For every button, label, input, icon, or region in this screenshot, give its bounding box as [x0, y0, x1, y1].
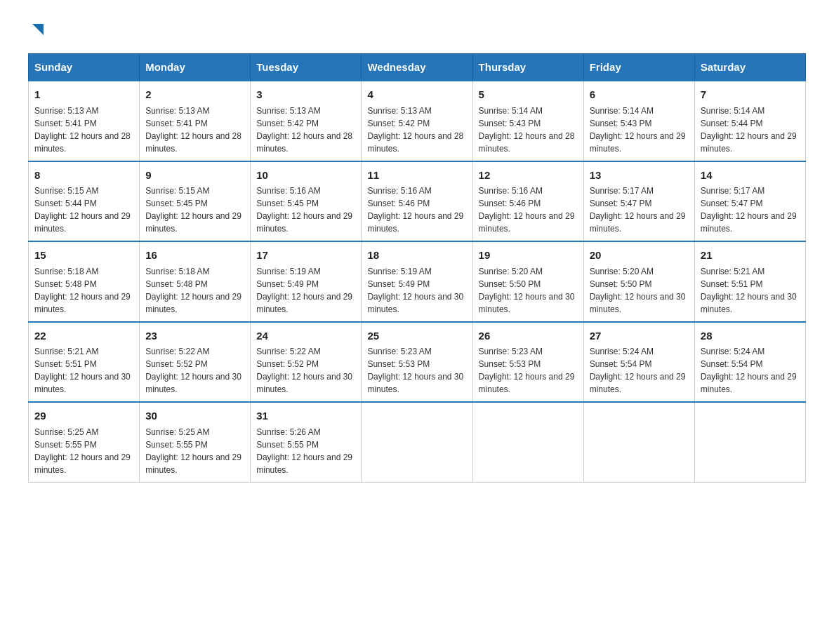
day-info: Sunrise: 5:21 AMSunset: 5:51 PMDaylight:… — [701, 265, 800, 316]
day-number: 2 — [145, 87, 244, 103]
day-info: Sunrise: 5:24 AMSunset: 5:54 PMDaylight:… — [701, 345, 800, 396]
calendar-cell: 30Sunrise: 5:25 AMSunset: 5:55 PMDayligh… — [140, 402, 251, 482]
day-info: Sunrise: 5:22 AMSunset: 5:52 PMDaylight:… — [256, 345, 355, 396]
calendar-cell: 22Sunrise: 5:21 AMSunset: 5:51 PMDayligh… — [29, 322, 140, 403]
day-info: Sunrise: 5:13 AMSunset: 5:42 PMDaylight:… — [256, 105, 355, 155]
calendar-cell — [362, 402, 472, 482]
calendar-cell: 26Sunrise: 5:23 AMSunset: 5:53 PMDayligh… — [472, 322, 583, 403]
calendar-cell — [583, 402, 694, 482]
column-header-sunday: Sunday — [29, 54, 140, 81]
calendar-header-row: SundayMondayTuesdayWednesdayThursdayFrid… — [29, 54, 806, 81]
calendar-cell: 18Sunrise: 5:19 AMSunset: 5:49 PMDayligh… — [362, 241, 472, 322]
calendar-week-row: 22Sunrise: 5:21 AMSunset: 5:51 PMDayligh… — [29, 322, 806, 403]
calendar-cell: 5Sunrise: 5:14 AMSunset: 5:43 PMDaylight… — [472, 81, 583, 161]
day-number: 25 — [367, 328, 466, 344]
calendar-cell: 9Sunrise: 5:15 AMSunset: 5:45 PMDaylight… — [140, 161, 251, 242]
day-number: 19 — [479, 248, 578, 264]
day-info: Sunrise: 5:13 AMSunset: 5:41 PMDaylight:… — [34, 105, 133, 155]
calendar-cell: 11Sunrise: 5:16 AMSunset: 5:46 PMDayligh… — [362, 161, 472, 242]
day-info: Sunrise: 5:19 AMSunset: 5:49 PMDaylight:… — [367, 265, 466, 316]
day-info: Sunrise: 5:16 AMSunset: 5:46 PMDaylight:… — [479, 185, 578, 235]
calendar-cell: 29Sunrise: 5:25 AMSunset: 5:55 PMDayligh… — [29, 402, 140, 482]
calendar-table: SundayMondayTuesdayWednesdayThursdayFrid… — [28, 53, 806, 483]
column-header-thursday: Thursday — [472, 54, 583, 81]
svg-marker-0 — [32, 24, 44, 35]
day-info: Sunrise: 5:20 AMSunset: 5:50 PMDaylight:… — [479, 265, 578, 316]
day-number: 14 — [701, 168, 800, 184]
day-number: 15 — [34, 248, 133, 264]
calendar-cell: 13Sunrise: 5:17 AMSunset: 5:47 PMDayligh… — [583, 161, 694, 242]
day-number: 30 — [145, 408, 244, 424]
column-header-saturday: Saturday — [694, 54, 805, 81]
calendar-cell: 24Sunrise: 5:22 AMSunset: 5:52 PMDayligh… — [251, 322, 362, 403]
day-info: Sunrise: 5:18 AMSunset: 5:48 PMDaylight:… — [145, 265, 244, 316]
calendar-cell: 3Sunrise: 5:13 AMSunset: 5:42 PMDaylight… — [251, 81, 362, 161]
day-info: Sunrise: 5:14 AMSunset: 5:43 PMDaylight:… — [479, 105, 578, 155]
day-number: 1 — [34, 87, 133, 103]
day-number: 22 — [34, 328, 133, 344]
day-number: 8 — [34, 168, 133, 184]
day-number: 29 — [34, 408, 133, 424]
day-number: 20 — [590, 248, 689, 264]
day-info: Sunrise: 5:16 AMSunset: 5:46 PMDaylight:… — [367, 185, 466, 235]
column-header-wednesday: Wednesday — [362, 54, 472, 81]
calendar-cell: 27Sunrise: 5:24 AMSunset: 5:54 PMDayligh… — [583, 322, 694, 403]
logo-triangle-icon — [29, 21, 45, 36]
calendar-week-row: 1Sunrise: 5:13 AMSunset: 5:41 PMDaylight… — [29, 81, 806, 161]
calendar-cell: 12Sunrise: 5:16 AMSunset: 5:46 PMDayligh… — [472, 161, 583, 242]
day-number: 11 — [367, 168, 466, 184]
day-number: 28 — [701, 328, 800, 344]
day-number: 6 — [590, 87, 689, 103]
day-info: Sunrise: 5:13 AMSunset: 5:41 PMDaylight:… — [145, 105, 244, 155]
day-number: 21 — [701, 248, 800, 264]
calendar-week-row: 8Sunrise: 5:15 AMSunset: 5:44 PMDaylight… — [29, 161, 806, 242]
calendar-cell: 19Sunrise: 5:20 AMSunset: 5:50 PMDayligh… — [472, 241, 583, 322]
day-number: 24 — [256, 328, 355, 344]
day-info: Sunrise: 5:16 AMSunset: 5:45 PMDaylight:… — [256, 185, 355, 235]
calendar-week-row: 15Sunrise: 5:18 AMSunset: 5:48 PMDayligh… — [29, 241, 806, 322]
day-number: 3 — [256, 87, 355, 103]
day-info: Sunrise: 5:19 AMSunset: 5:49 PMDaylight:… — [256, 265, 355, 316]
day-info: Sunrise: 5:26 AMSunset: 5:55 PMDaylight:… — [256, 426, 355, 476]
day-info: Sunrise: 5:17 AMSunset: 5:47 PMDaylight:… — [701, 185, 800, 235]
day-number: 9 — [145, 168, 244, 184]
day-info: Sunrise: 5:22 AMSunset: 5:52 PMDaylight:… — [145, 345, 244, 396]
day-info: Sunrise: 5:25 AMSunset: 5:55 PMDaylight:… — [145, 426, 244, 476]
calendar-cell: 21Sunrise: 5:21 AMSunset: 5:51 PMDayligh… — [694, 241, 805, 322]
calendar-cell: 2Sunrise: 5:13 AMSunset: 5:41 PMDaylight… — [140, 81, 251, 161]
page-header — [28, 21, 806, 39]
day-info: Sunrise: 5:21 AMSunset: 5:51 PMDaylight:… — [34, 345, 133, 396]
day-number: 26 — [479, 328, 578, 344]
day-info: Sunrise: 5:20 AMSunset: 5:50 PMDaylight:… — [590, 265, 689, 316]
day-number: 17 — [256, 248, 355, 264]
day-number: 13 — [590, 168, 689, 184]
day-info: Sunrise: 5:13 AMSunset: 5:42 PMDaylight:… — [367, 105, 466, 155]
calendar-cell: 4Sunrise: 5:13 AMSunset: 5:42 PMDaylight… — [362, 81, 472, 161]
calendar-cell: 7Sunrise: 5:14 AMSunset: 5:44 PMDaylight… — [694, 81, 805, 161]
day-info: Sunrise: 5:18 AMSunset: 5:48 PMDaylight:… — [34, 265, 133, 316]
calendar-cell: 15Sunrise: 5:18 AMSunset: 5:48 PMDayligh… — [29, 241, 140, 322]
day-info: Sunrise: 5:14 AMSunset: 5:44 PMDaylight:… — [701, 105, 800, 155]
calendar-cell: 6Sunrise: 5:14 AMSunset: 5:43 PMDaylight… — [583, 81, 694, 161]
day-info: Sunrise: 5:15 AMSunset: 5:44 PMDaylight:… — [34, 185, 133, 235]
calendar-cell — [694, 402, 805, 482]
column-header-friday: Friday — [583, 54, 694, 81]
calendar-cell: 14Sunrise: 5:17 AMSunset: 5:47 PMDayligh… — [694, 161, 805, 242]
day-info: Sunrise: 5:17 AMSunset: 5:47 PMDaylight:… — [590, 185, 689, 235]
day-number: 12 — [479, 168, 578, 184]
calendar-cell: 1Sunrise: 5:13 AMSunset: 5:41 PMDaylight… — [29, 81, 140, 161]
calendar-cell: 31Sunrise: 5:26 AMSunset: 5:55 PMDayligh… — [251, 402, 362, 482]
day-info: Sunrise: 5:15 AMSunset: 5:45 PMDaylight:… — [145, 185, 244, 235]
day-number: 31 — [256, 408, 355, 424]
calendar-cell: 8Sunrise: 5:15 AMSunset: 5:44 PMDaylight… — [29, 161, 140, 242]
calendar-cell: 16Sunrise: 5:18 AMSunset: 5:48 PMDayligh… — [140, 241, 251, 322]
day-info: Sunrise: 5:24 AMSunset: 5:54 PMDaylight:… — [590, 345, 689, 396]
calendar-cell — [472, 402, 583, 482]
day-number: 5 — [479, 87, 578, 103]
calendar-cell: 28Sunrise: 5:24 AMSunset: 5:54 PMDayligh… — [694, 322, 805, 403]
calendar-week-row: 29Sunrise: 5:25 AMSunset: 5:55 PMDayligh… — [29, 402, 806, 482]
day-info: Sunrise: 5:23 AMSunset: 5:53 PMDaylight:… — [367, 345, 466, 396]
day-info: Sunrise: 5:23 AMSunset: 5:53 PMDaylight:… — [479, 345, 578, 396]
column-header-monday: Monday — [140, 54, 251, 81]
day-number: 10 — [256, 168, 355, 184]
